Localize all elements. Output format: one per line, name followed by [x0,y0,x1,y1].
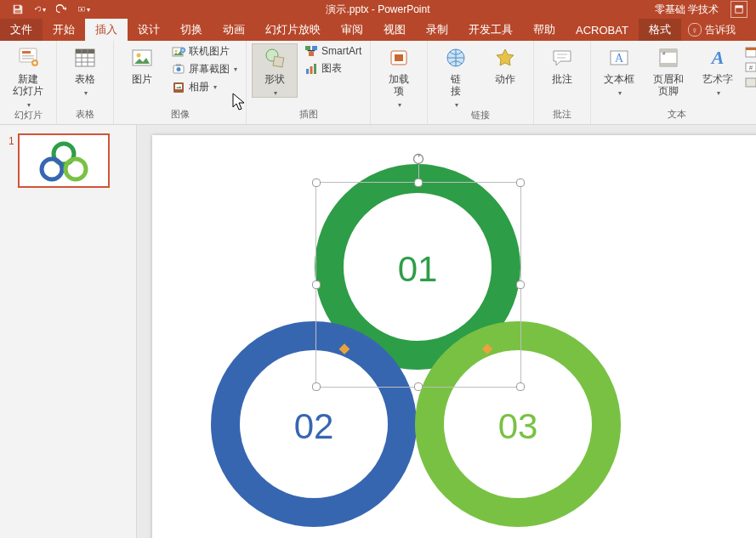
tab-slideshow[interactable]: 幻灯片放映 [255,19,331,41]
tab-developer[interactable]: 开发工具 [458,19,523,41]
smartart-label: SmartArt [321,45,361,57]
screenshot-button[interactable]: 屏幕截图▾ [168,61,241,77]
picture-button[interactable]: 图片 [119,43,165,86]
rotation-handle-icon[interactable] [412,153,424,165]
ribbon-display-options-icon[interactable] [730,1,747,18]
shapes-button[interactable]: 形状 ▾ [252,43,298,98]
svg-rect-19 [176,64,181,65]
resize-handle[interactable] [516,178,525,187]
shapes-label: 形状 [264,74,285,86]
tell-me-icon: ♀ [688,23,702,37]
group-links: 链 接 ▾ 动作 链接 [428,41,534,124]
screenshot-icon [172,63,185,76]
group-comments: 批注 批注 [534,41,591,124]
quick-access-toolbar: ▾ ▾ [0,3,90,15]
tab-acrobat[interactable]: ACROBAT [566,19,639,41]
tab-insert[interactable]: 插入 [85,19,128,41]
tab-view[interactable]: 视图 [373,19,416,41]
addins-button[interactable]: 加载 项 ▾ [376,43,422,109]
action-label: 动作 [495,74,515,86]
tab-file[interactable]: 文件 [0,19,43,41]
object-icon[interactable] [744,76,756,89]
undo-icon[interactable]: ▾ [34,3,46,15]
selection-bounding-box[interactable] [315,182,521,388]
addins-icon [386,45,412,71]
group-images: 图片 联机图片 屏幕截图▾ 相册▾ 图 [114,41,247,124]
group-addins: 加载 项 ▾ [371,41,428,124]
resize-handle[interactable] [414,178,423,187]
workspace: 1 01 02 [0,125,756,538]
tab-help[interactable]: 帮助 [523,19,566,41]
online-pictures-icon [172,45,185,59]
comment-icon [549,45,575,71]
start-from-beginning-icon[interactable]: ▾ [78,3,90,15]
tab-transitions[interactable]: 切换 [170,19,213,41]
ribbon: 新建 幻灯片 ▾ 幻灯片 表格 ▾ 表格 [0,41,756,125]
header-footer-label: 页眉和页脚 [651,74,686,98]
group-slides: 新建 幻灯片 ▾ 幻灯片 [0,41,57,124]
svg-text:A: A [710,47,725,68]
smartart-icon [304,44,318,58]
group-text-label: 文本 [668,108,686,122]
table-button[interactable]: 表格 ▾ [62,43,108,97]
screenshot-label: 屏幕截图 [189,62,230,76]
redo-icon[interactable] [56,3,68,15]
link-label: 链 接 [451,74,461,98]
title-bar: ▾ ▾ 演示.pptx - PowerPoint 零基础 学技术 [0,0,756,19]
picture-label: 图片 [132,74,152,86]
wordart-button[interactable]: A 艺术字 ▾ [695,43,741,97]
resize-handle[interactable] [312,178,321,187]
online-pictures-label: 联机图片 [189,44,230,59]
account-label[interactable]: 零基础 学技术 [655,3,719,17]
picture-icon [129,45,155,71]
tab-design[interactable]: 设计 [128,19,170,41]
chart-button[interactable]: 图表 [301,60,345,76]
tab-animations[interactable]: 动画 [213,19,255,41]
shape-02-text: 02 [294,406,334,446]
group-comments-label: 批注 [553,108,571,122]
tab-review[interactable]: 审阅 [331,19,373,41]
group-links-label: 链接 [471,109,490,123]
slide-thumbnail-1[interactable] [18,133,110,188]
svg-rect-6 [22,51,31,54]
thumbnail-number: 1 [9,133,14,188]
resize-handle[interactable] [312,382,321,391]
tab-recording[interactable]: 录制 [416,19,458,41]
svg-rect-29 [314,64,316,74]
resize-handle[interactable] [516,280,525,289]
save-icon[interactable] [12,3,24,15]
tab-format[interactable]: 格式 [639,19,681,41]
photo-album-icon [172,81,185,94]
tell-me[interactable]: ♀ 告诉我 [688,19,736,41]
photo-album-label: 相册 [189,80,209,94]
svg-rect-4 [736,6,742,8]
slide[interactable]: 01 02 03 [152,135,756,538]
textbox-button[interactable]: A 文本框 ▾ [596,43,642,97]
action-button[interactable]: 动作 [482,43,528,86]
tell-me-label: 告诉我 [705,23,736,37]
comment-button[interactable]: 批注 [539,43,585,86]
svg-rect-26 [309,52,314,56]
resize-handle[interactable] [516,382,525,391]
ribbon-tabs: 文件 开始 插入 设计 切换 动画 幻灯片放映 审阅 视图 录制 开发工具 帮助… [0,19,756,41]
svg-point-51 [65,159,86,179]
resize-handle[interactable] [414,382,423,391]
group-slides-label: 幻灯片 [14,109,43,123]
slide-number-icon[interactable]: # [744,60,756,74]
slide-canvas[interactable]: 01 02 03 [137,125,756,538]
smartart-button[interactable]: SmartArt [301,43,365,59]
photo-album-button[interactable]: 相册▾ [168,79,220,95]
resize-handle[interactable] [312,280,321,289]
svg-point-50 [42,159,62,179]
window-title: 演示.pptx - PowerPoint [0,3,756,17]
link-button[interactable]: 链 接 ▾ [433,43,479,109]
date-time-icon[interactable] [744,45,756,59]
textbox-label: 文本框 [604,74,634,86]
tab-home[interactable]: 开始 [43,19,85,41]
svg-rect-41 [746,48,756,50]
header-footer-button[interactable]: # 页眉和页脚 [645,43,691,98]
online-pictures-button[interactable]: 联机图片 [168,43,233,59]
new-slide-button[interactable]: 新建 幻灯片 ▾ [5,43,51,109]
svg-text:A: A [615,52,624,65]
svg-rect-21 [175,84,182,89]
